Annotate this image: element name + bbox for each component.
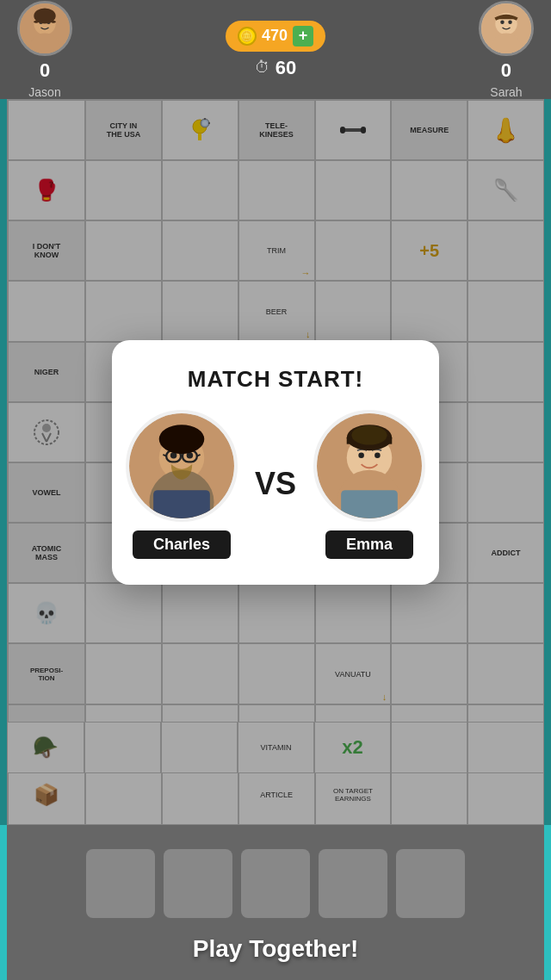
svg-rect-41 xyxy=(341,490,398,518)
player2-name: Sarah xyxy=(490,85,522,99)
match-modal: MATCH START! xyxy=(112,340,439,585)
emma-avatar xyxy=(313,410,425,522)
player-emma: Emma xyxy=(313,410,425,559)
player2-score-row: 0 xyxy=(501,59,511,82)
svg-point-42 xyxy=(358,452,364,458)
vs-label: VS xyxy=(255,466,296,502)
charles-name-tag: Charles xyxy=(133,530,231,559)
timer-value: 60 xyxy=(276,57,296,79)
player2-score: 0 xyxy=(501,59,511,82)
bottom-card-5[interactable] xyxy=(396,849,465,918)
svg-rect-7 xyxy=(51,20,55,22)
emma-name-tag: Emma xyxy=(325,530,413,559)
svg-rect-29 xyxy=(153,490,210,518)
coin-icon: 🪙 xyxy=(238,27,257,46)
coins-display: 🪙 470 + xyxy=(226,21,325,52)
header-bar: 0 Jason 🪙 470 + ⏱ 60 xyxy=(0,0,551,99)
player1-info: 0 Jason xyxy=(17,1,72,99)
add-coins-button[interactable]: + xyxy=(293,26,313,47)
bottom-cards xyxy=(69,840,482,927)
svg-point-37 xyxy=(159,425,205,454)
bottom-card-3[interactable] xyxy=(241,849,310,918)
svg-point-12 xyxy=(508,20,512,24)
bottom-card-2[interactable] xyxy=(164,849,232,918)
player2-avatar xyxy=(479,1,534,56)
coins-amount: 470 xyxy=(262,27,288,45)
player1-avatar xyxy=(17,1,72,56)
game-container: 0 Jason 🪙 470 + ⏱ 60 xyxy=(0,0,551,980)
player1-score-row: 0 xyxy=(40,59,50,82)
bottom-card-4[interactable] xyxy=(319,849,387,918)
timer-icon: ⏱ xyxy=(255,59,270,77)
board-wrapper: CITY INTHE USA TELE-KINESES xyxy=(0,99,551,825)
player2-info: 0 Sarah xyxy=(479,1,534,99)
player-charles: Charles xyxy=(126,410,238,559)
timer-display: ⏱ 60 xyxy=(255,57,296,79)
charles-avatar xyxy=(126,410,238,522)
player1-score: 0 xyxy=(40,59,50,82)
svg-point-43 xyxy=(375,452,381,458)
svg-rect-6 xyxy=(34,20,38,22)
header-center: 🪙 470 + ⏱ 60 xyxy=(226,21,325,79)
player1-name: Jason xyxy=(28,85,60,99)
play-together-label: Play Together! xyxy=(193,935,358,963)
match-players: Charles VS xyxy=(146,410,405,559)
svg-point-46 xyxy=(351,425,387,445)
match-title: MATCH START! xyxy=(188,366,364,393)
bottom-card-1[interactable] xyxy=(86,849,155,918)
svg-point-11 xyxy=(500,20,505,24)
bottom-bar: Play Together! xyxy=(0,825,551,980)
modal-overlay: MATCH START! xyxy=(0,99,551,825)
